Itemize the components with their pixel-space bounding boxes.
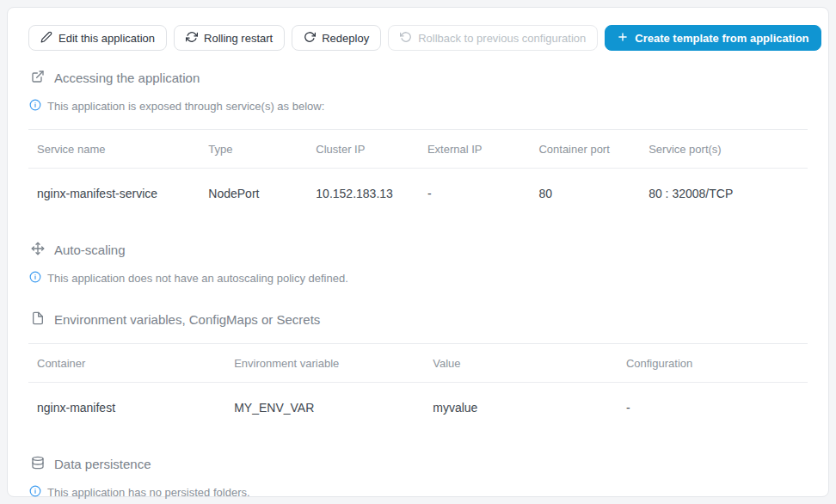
- info-icon: [29, 271, 41, 286]
- section-title: Auto-scaling: [54, 243, 126, 257]
- button-label: Rollback to previous configuration: [418, 32, 586, 45]
- info-icon: [29, 485, 41, 500]
- section-title: Environment variables, ConfigMaps or Sec…: [54, 312, 320, 327]
- toolbar: Edit this application Rolling restart Re…: [28, 25, 808, 51]
- env-variable-cell: MY_ENV_VAR: [225, 383, 424, 436]
- column-header: External IP: [419, 130, 531, 169]
- column-header: Environment variable: [225, 344, 424, 383]
- environment-table: Container Environment variable Value Con…: [28, 343, 808, 435]
- services-table: Service name Type Cluster IP External IP…: [28, 129, 808, 221]
- column-header: Configuration: [618, 344, 808, 383]
- info-icon: [29, 99, 41, 114]
- move-icon: [31, 242, 45, 258]
- section-persistence-heading: Data persistence: [31, 456, 808, 472]
- info-text: This application is exposed through serv…: [47, 100, 324, 113]
- column-header: Type: [200, 130, 307, 169]
- configuration-cell: -: [618, 383, 808, 436]
- pencil-icon: [40, 31, 52, 46]
- section-autoscaling-heading: Auto-scaling: [31, 242, 808, 258]
- env-value-cell: myvalue: [424, 383, 618, 436]
- column-header: Value: [424, 344, 618, 383]
- section-title: Data persistence: [54, 457, 151, 471]
- service-ports-cell: 80 : 32008/TCP: [640, 169, 808, 222]
- info-text: This application has no persisted folder…: [47, 486, 250, 499]
- rolling-restart-button[interactable]: Rolling restart: [174, 25, 285, 51]
- section-accessing-heading: Accessing the application: [31, 70, 808, 86]
- rollback-button[interactable]: Rollback to previous configuration: [388, 25, 598, 51]
- rotate-ccw-icon: [400, 31, 412, 46]
- database-icon: [31, 456, 45, 472]
- service-name-cell: nginx-manifest-service: [28, 169, 200, 222]
- external-ip-cell: -: [419, 169, 531, 222]
- column-header: Cluster IP: [307, 130, 419, 169]
- autoscaling-info: This application does not have an autosc…: [29, 271, 808, 286]
- cluster-ip-cell: 10.152.183.13: [307, 169, 419, 222]
- container-cell: nginx-manifest: [28, 383, 225, 436]
- column-header: Service port(s): [640, 130, 808, 169]
- external-link-icon: [31, 70, 45, 86]
- table-row: nginx-manifest MY_ENV_VAR myvalue -: [28, 383, 808, 436]
- button-label: Redeploy: [322, 32, 369, 45]
- edit-application-button[interactable]: Edit this application: [28, 25, 167, 51]
- persistence-info: This application has no persisted folder…: [29, 485, 808, 500]
- section-environment-heading: Environment variables, ConfigMaps or Sec…: [31, 311, 808, 328]
- create-template-button[interactable]: Create template from application: [605, 25, 821, 51]
- rotate-cw-icon: [304, 31, 316, 46]
- table-header-row: Service name Type Cluster IP External IP…: [28, 130, 808, 169]
- button-label: Rolling restart: [204, 32, 273, 45]
- table-header-row: Container Environment variable Value Con…: [28, 344, 808, 383]
- section-title: Accessing the application: [54, 71, 200, 85]
- column-header: Service name: [28, 130, 200, 169]
- button-label: Create template from application: [635, 32, 808, 45]
- services-info: This application is exposed through serv…: [29, 99, 808, 114]
- info-text: This application does not have an autosc…: [47, 272, 348, 285]
- table-row: nginx-manifest-service NodePort 10.152.1…: [28, 169, 808, 222]
- column-header: Container port: [530, 130, 640, 169]
- button-label: Edit this application: [58, 32, 155, 45]
- service-type-cell: NodePort: [200, 169, 307, 222]
- container-port-cell: 80: [530, 169, 640, 222]
- plus-icon: [617, 31, 629, 46]
- redeploy-button[interactable]: Redeploy: [292, 25, 381, 51]
- column-header: Container: [28, 344, 225, 383]
- file-icon: [31, 311, 45, 328]
- application-details-card: Edit this application Rolling restart Re…: [7, 7, 829, 497]
- refresh-icon: [186, 31, 198, 46]
